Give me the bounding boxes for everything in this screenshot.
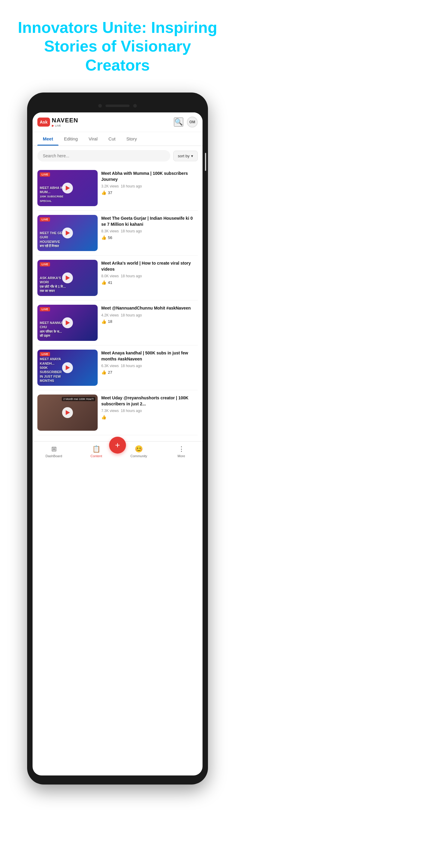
search-icon-button[interactable]: 🔍 <box>174 118 183 127</box>
logo-ask-text: Ask <box>40 120 48 124</box>
video-item-6[interactable]: 2 Month mei 100K How?! Meet Uday @reyans… <box>37 390 198 435</box>
tab-viral[interactable]: Viral <box>83 132 103 146</box>
video-title-4: Meet @NannuandChunnu Mohit #askNaveen <box>101 305 198 311</box>
like-icon-1: 👍 <box>101 190 106 195</box>
nav-dashboard-label: DashBoard <box>45 454 62 458</box>
play-button-1[interactable] <box>62 183 73 193</box>
phone-notch <box>33 101 203 110</box>
tab-editing[interactable]: Editing <box>59 132 83 146</box>
tab-story[interactable]: Story <box>121 132 142 146</box>
logo-naveen-text: NAVEEN <box>52 117 79 124</box>
phone-camera-2 <box>133 104 137 107</box>
video-item-5[interactable]: LIVE MEET ANAYA KANDH...500K SUBSCRIBERI… <box>37 345 198 390</box>
video-info-2: Meet The Geeta Gurjar | Indian Housewife… <box>101 215 198 240</box>
play-button-5[interactable] <box>62 362 73 373</box>
phone-camera <box>98 104 102 107</box>
fab-add-button[interactable]: + <box>109 437 126 454</box>
nav-more[interactable]: ⋮ More <box>160 445 203 458</box>
community-icon: 😊 <box>135 445 143 453</box>
video-title-6: Meet Uday @reyanshushorts creator | 100K… <box>101 395 198 407</box>
play-icon-6 <box>66 410 70 415</box>
play-icon-5 <box>66 365 70 370</box>
chevron-down-icon: ▾ <box>191 154 193 158</box>
play-button-2[interactable] <box>62 227 73 239</box>
live-badge-3: LIVE <box>40 262 50 267</box>
video-likes-5: 👍 27 <box>101 370 198 375</box>
bottom-nav: ⊞ DashBoard 📋 Content + 😊 Community ⋮ Mo… <box>33 441 203 463</box>
nav-dashboard[interactable]: ⊞ DashBoard <box>33 445 75 458</box>
app-header: Ask NAVEEN ▶ LIVE 🔍 OM <box>33 113 203 132</box>
play-icon-1 <box>66 186 70 190</box>
logo-text-block: NAVEEN ▶ LIVE <box>52 117 79 127</box>
thumb-2month-label: 2 Month mei 100K How?! <box>62 397 95 401</box>
tabs-bar: Meet Editing Viral Cut Story <box>33 132 203 146</box>
search-bar-row: sort by ▾ <box>33 146 203 166</box>
video-thumbnail-2: LIVE MEET THE GEETA GURIHOUSEWIVEबना रही… <box>37 215 98 251</box>
live-badge-4: LIVE <box>40 307 50 311</box>
like-icon-3: 👍 <box>101 280 106 285</box>
video-info-1: Meet Abha with Mumma | 100K subscribers … <box>101 170 198 195</box>
live-text: LIVE <box>55 124 61 127</box>
logo-container: Ask NAVEEN ▶ LIVE <box>37 117 174 127</box>
play-button-3[interactable] <box>62 273 73 283</box>
video-info-4: Meet @NannuandChunnu Mohit #askNaveen 4.… <box>101 305 198 324</box>
video-likes-6: 👍 <box>101 415 198 420</box>
scrollbar-hint <box>205 153 206 171</box>
page-title: Innovators Unite: Inspiring Stories of V… <box>12 18 223 74</box>
like-icon-2: 👍 <box>101 235 106 240</box>
nav-content-label: Content <box>90 454 102 458</box>
video-meta-6: 7.3K views 18 hours ago <box>101 409 198 413</box>
video-item-3[interactable]: LIVE ASK ARIKA'S WORIएक छोटे गाँव से 1 म… <box>37 255 198 301</box>
play-button-6[interactable] <box>62 407 73 418</box>
tab-meet[interactable]: Meet <box>37 132 59 146</box>
video-likes-4: 👍 18 <box>101 319 198 324</box>
video-thumbnail-3: LIVE ASK ARIKA'S WORIएक छोटे गाँव से 1 म… <box>37 260 98 296</box>
play-icon-4 <box>66 320 70 325</box>
play-icon-2 <box>66 230 70 236</box>
phone-wrapper: Ask NAVEEN ▶ LIVE 🔍 OM <box>0 87 235 784</box>
like-icon-6: 👍 <box>101 415 106 420</box>
video-title-1: Meet Abha with Mumma | 100K subscribers … <box>101 170 198 182</box>
play-icon-3 <box>66 276 70 280</box>
avatar-initials: OM <box>189 120 195 124</box>
video-title-5: Meet Anaya kandhal | 500K subs in just f… <box>101 350 198 362</box>
like-icon-5: 👍 <box>101 370 106 375</box>
video-meta-3: 8.0K views 18 hours ago <box>101 274 198 278</box>
video-likes-1: 👍 37 <box>101 190 198 195</box>
youtube-icon: ▶ <box>52 124 54 127</box>
like-icon-4: 👍 <box>101 319 106 324</box>
video-info-5: Meet Anaya kandhal | 500K subs in just f… <box>101 350 198 375</box>
video-meta-4: 4.2K views 18 hours ago <box>101 313 198 317</box>
video-item-4[interactable]: LIVE MEET NANNU AND CHUआम परिवार के स...… <box>37 301 198 345</box>
search-input[interactable] <box>37 150 170 161</box>
phone-frame: Ask NAVEEN ▶ LIVE 🔍 OM <box>27 93 208 784</box>
video-meta-5: 6.3K views 18 hours ago <box>101 364 198 368</box>
play-button-4[interactable] <box>62 317 73 328</box>
live-badge-2: LIVE <box>40 217 50 221</box>
video-item-1[interactable]: LIVE MEET ABHA WITH MUM...100K SUBSCRIBE… <box>37 166 198 211</box>
video-meta-1: 3.2K views 18 hours ago <box>101 184 198 188</box>
avatar-button[interactable]: OM <box>187 117 198 127</box>
live-badge-5: LIVE <box>40 352 50 356</box>
dashboard-icon: ⊞ <box>51 445 57 453</box>
video-meta-2: 8.3K views 18 hours ago <box>101 229 198 233</box>
live-badge-1: LIVE <box>40 173 50 177</box>
sort-by-button[interactable]: sort by ▾ <box>173 151 198 161</box>
header-icons: 🔍 OM <box>174 117 198 127</box>
more-icon: ⋮ <box>178 445 185 453</box>
content-icon: 📋 <box>92 445 100 453</box>
video-info-3: Meet Arika's world | How to create viral… <box>101 260 198 285</box>
video-likes-3: 👍 41 <box>101 280 198 285</box>
video-info-6: Meet Uday @reyanshushorts creator | 100K… <box>101 395 198 420</box>
tab-cut[interactable]: Cut <box>103 132 121 146</box>
nav-community-label: Community <box>130 454 147 458</box>
video-likes-2: 👍 56 <box>101 235 198 240</box>
video-title-3: Meet Arika's world | How to create viral… <box>101 260 198 272</box>
video-thumbnail-6: 2 Month mei 100K How?! <box>37 395 98 431</box>
video-title-2: Meet The Geeta Gurjar | Indian Housewife… <box>101 216 198 227</box>
phone-screen: Ask NAVEEN ▶ LIVE 🔍 OM <box>33 113 203 775</box>
nav-more-label: More <box>178 454 185 458</box>
phone-speaker <box>105 104 130 107</box>
video-thumbnail-5: LIVE MEET ANAYA KANDH...500K SUBSCRIBERI… <box>37 350 98 386</box>
video-item-2[interactable]: LIVE MEET THE GEETA GURIHOUSEWIVEबना रही… <box>37 211 198 255</box>
